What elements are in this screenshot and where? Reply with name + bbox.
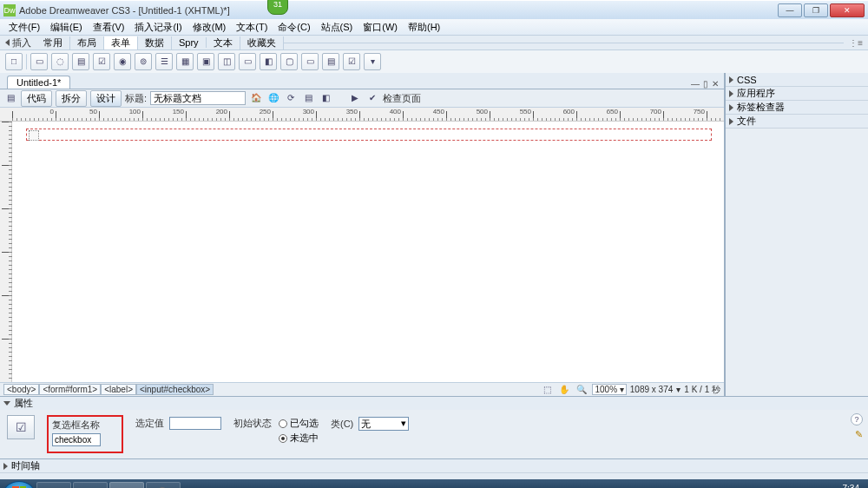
menu-help[interactable]: 帮助(H)	[403, 21, 445, 34]
insert-tab-data[interactable]: 数据	[138, 36, 172, 49]
menu-insert[interactable]: 插入记录(I)	[129, 21, 187, 34]
system-tray: ⚑ ⊡ ⛨ ▲ 🖴 🔊 📶 7:34 2018/3/9	[720, 484, 865, 488]
maximize-button[interactable]: ❐	[804, 3, 828, 17]
textfield-icon[interactable]: ▭	[30, 53, 48, 70]
panel-tag-header[interactable]: 标签检查器	[726, 101, 868, 115]
preview-icon[interactable]: ▶	[348, 91, 362, 105]
tag-form[interactable]: <form#form1>	[39, 384, 101, 395]
browser-check-icon[interactable]: ✔	[365, 91, 379, 105]
triangle-icon	[729, 76, 733, 83]
zoom-tool-icon[interactable]: 🔍	[575, 383, 589, 397]
menu-edit[interactable]: 编辑(E)	[45, 21, 88, 34]
radio-unchecked-label: 未选中	[290, 432, 319, 445]
spry-validation-textarea-icon[interactable]: ▤	[322, 53, 339, 70]
class-select[interactable]: 无 ▾	[358, 417, 409, 431]
insert-tab-text[interactable]: 文本	[207, 36, 240, 49]
refresh-icon[interactable]: ⟳	[284, 91, 298, 105]
properties-header[interactable]: 属性	[0, 396, 868, 410]
window-size[interactable]: 1089 x 374	[630, 385, 674, 394]
minimize-button[interactable]: —	[778, 3, 802, 17]
checkbox-element[interactable]	[29, 130, 39, 141]
start-button[interactable]	[3, 481, 35, 488]
checked-value-input[interactable]	[169, 417, 221, 430]
quick-tag-icon[interactable]: ✎	[855, 429, 863, 440]
panel-files-header[interactable]: 文件	[726, 115, 868, 129]
insert-bar-options[interactable]: ⋮≡	[844, 38, 868, 48]
taskbar-dreamweaver[interactable]: Dw	[109, 482, 144, 488]
hand-tool-icon[interactable]: ✋	[557, 383, 571, 397]
layout-icon[interactable]: ▤	[3, 91, 17, 105]
checked-value-label: 选定值	[135, 417, 164, 430]
taskbar-ie[interactable]: e	[36, 482, 71, 488]
view-design-button[interactable]: 设计	[90, 90, 122, 107]
globe-icon[interactable]: 🌐	[266, 91, 280, 105]
insert-tab-layout[interactable]: 布局	[70, 36, 104, 49]
radio-checked[interactable]	[279, 419, 287, 428]
close-button[interactable]: ✕	[830, 3, 865, 17]
class-label: 类(C)	[331, 418, 353, 431]
menu-text[interactable]: 文本(T)	[231, 21, 273, 34]
tag-input[interactable]: <input#checkbox>	[136, 384, 214, 395]
doc-minimize[interactable]: —	[691, 79, 700, 89]
triangle-icon	[729, 90, 733, 97]
help-icon[interactable]: ?	[851, 413, 863, 425]
checkbox-name-input[interactable]	[52, 433, 101, 446]
menu-window[interactable]: 窗口(W)	[358, 21, 403, 34]
tag-label[interactable]: <label>	[101, 384, 136, 395]
design-canvas[interactable]	[12, 122, 724, 382]
menu-modify[interactable]: 修改(M)	[187, 21, 232, 34]
triangle-icon	[5, 39, 10, 46]
notification-badge[interactable]: 31	[267, 0, 288, 15]
panel-app-header[interactable]: 应用程序	[726, 87, 868, 101]
textarea-icon[interactable]: ▤	[72, 53, 89, 70]
form-icon[interactable]: □	[5, 53, 23, 70]
select-tool-icon[interactable]: ⬚	[540, 383, 554, 397]
taskbar-paint[interactable]: 🎨	[146, 482, 181, 488]
triangle-icon	[729, 104, 733, 111]
list-icon[interactable]: ☰	[155, 53, 173, 70]
jumpmenu-icon[interactable]: ▦	[176, 53, 194, 70]
checkbox-name-label: 复选框名称	[52, 419, 101, 432]
spry-validation-text-icon[interactable]: ▭	[301, 53, 319, 70]
menu-file[interactable]: 文件(F)	[3, 21, 45, 34]
doc-restore[interactable]: ▯	[703, 79, 708, 89]
menu-commands[interactable]: 命令(C)	[273, 21, 315, 34]
form-element[interactable]	[26, 129, 712, 141]
hidden-icon[interactable]: ◌	[51, 53, 69, 70]
clock[interactable]: 7:34 2018/3/9	[825, 484, 859, 488]
nav-icon[interactable]: ◧	[319, 91, 332, 105]
spry-validation-checkbox-icon[interactable]: ☑	[343, 53, 360, 70]
fieldset-icon[interactable]: ▢	[280, 53, 298, 70]
insert-label[interactable]: 插入	[0, 36, 36, 49]
radio-unchecked[interactable]	[279, 434, 287, 443]
page-title-input[interactable]	[150, 91, 246, 105]
radiogroup-icon[interactable]: ⊚	[135, 53, 152, 70]
menu-site[interactable]: 站点(S)	[316, 21, 358, 34]
insert-tab-fav[interactable]: 收藏夹	[240, 36, 284, 49]
spry-validation-select-icon[interactable]: ▾	[364, 53, 381, 70]
view-split-button[interactable]: 拆分	[56, 90, 87, 107]
tag-body[interactable]: <body>	[3, 384, 39, 395]
button-icon[interactable]: ▭	[239, 53, 256, 70]
file-field-icon[interactable]: ◫	[218, 53, 235, 70]
checkbox-icon[interactable]: ☑	[93, 53, 110, 70]
insert-tab-forms[interactable]: 表单	[104, 36, 138, 49]
taskbar-explorer[interactable]: ▢	[73, 482, 108, 488]
view-code-button[interactable]: 代码	[21, 90, 52, 107]
insert-tab-spry[interactable]: Spry	[172, 37, 207, 48]
title-label: 标题:	[125, 92, 147, 105]
image-field-icon[interactable]: ▣	[197, 53, 214, 70]
zoom-select[interactable]: 100% ▾	[592, 384, 626, 395]
file-mgmt-icon[interactable]: ▤	[301, 91, 315, 105]
doc-close[interactable]: ✕	[712, 79, 719, 89]
earth-icon[interactable]: 🏠	[249, 91, 263, 105]
menu-view[interactable]: 查看(V)	[88, 21, 130, 34]
insert-tab-common[interactable]: 常用	[36, 36, 70, 49]
document-tab[interactable]: Untitled-1*	[7, 76, 70, 89]
panel-css-header[interactable]: CSS	[726, 73, 868, 87]
radio-icon[interactable]: ◉	[114, 53, 131, 70]
timeline-header[interactable]: 时间轴	[0, 458, 868, 472]
label-icon[interactable]: ◧	[260, 53, 277, 70]
tag-selector[interactable]: <body> <form#form1> <label> <input#check…	[3, 384, 214, 395]
check-page-label[interactable]: 检查页面	[383, 92, 421, 105]
